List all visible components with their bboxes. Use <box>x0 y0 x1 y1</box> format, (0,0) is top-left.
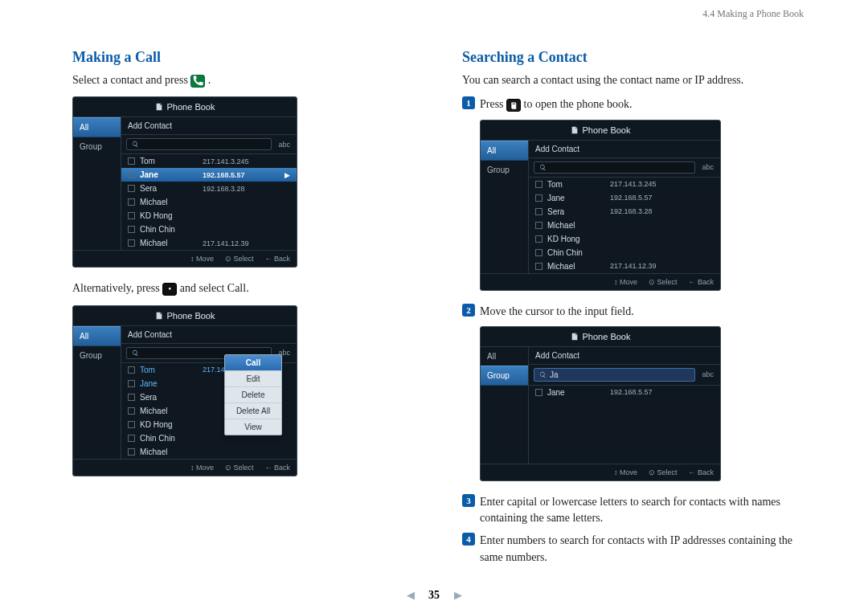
chevron-right-icon: ▶ <box>285 171 290 179</box>
text: and select Call. <box>180 282 249 294</box>
contact-row[interactable]: Michael <box>121 445 297 459</box>
sidebar-tab-group[interactable]: Group <box>481 161 528 179</box>
input-mode-label: abc <box>700 370 715 378</box>
ctx-item-view[interactable]: View <box>225 419 281 435</box>
contact-row-selected[interactable]: Jane192.168.5.57▶ <box>121 168 297 182</box>
checkbox-icon[interactable] <box>535 208 542 215</box>
contact-row[interactable]: Jane192.168.5.57 <box>529 191 720 205</box>
sidebar-tab-all[interactable]: All <box>481 347 528 366</box>
contact-name: Sera <box>140 184 198 193</box>
add-contact-button[interactable]: Add Contact <box>121 117 297 135</box>
contact-row[interactable]: Chin Chin <box>121 223 297 236</box>
checkbox-icon[interactable] <box>128 407 135 415</box>
contact-row[interactable]: Michael217.141.12.39 <box>529 260 720 273</box>
sidebar-tab-group[interactable]: Group <box>73 346 121 365</box>
search-input[interactable] <box>126 138 272 150</box>
page-navigation: ◀ 35 ▶ <box>0 589 868 602</box>
contact-ip: 192.168.5.57 <box>610 194 653 202</box>
step-text: Enter capital or lowercase letters to se… <box>480 494 804 527</box>
checkbox-icon[interactable] <box>535 263 542 270</box>
contact-name: Michael <box>547 221 605 230</box>
checkbox-icon[interactable] <box>128 185 135 192</box>
sidebar-tab-all[interactable]: All <box>73 117 121 137</box>
device-footer: ↕ Move ⊙ Select ← Back <box>73 250 297 267</box>
step-number-icon: 3 <box>462 494 475 507</box>
contact-name: Michael <box>140 198 198 206</box>
contact-row[interactable]: Tom217.141.3.245 <box>121 154 297 168</box>
contact-name: KD Hong <box>140 211 198 220</box>
checkbox-icon[interactable] <box>128 171 135 178</box>
contact-row[interactable]: Jane192.168.5.57 <box>529 386 720 399</box>
add-contact-button[interactable]: Add Contact <box>529 347 720 365</box>
contact-name: Chin Chin <box>547 248 605 257</box>
phonebook-screenshot-context-menu: Phone Book All Group Add Contact abc Tom… <box>72 305 297 476</box>
contact-row[interactable]: Tom217.141.3.245 <box>529 178 720 191</box>
checkbox-icon[interactable] <box>128 448 135 456</box>
contact-ip: 192.168.3.28 <box>203 185 245 193</box>
checkbox-icon[interactable] <box>128 366 135 374</box>
next-page-icon[interactable]: ▶ <box>454 589 462 601</box>
checkbox-icon[interactable] <box>128 421 135 428</box>
checkbox-icon[interactable] <box>128 198 135 206</box>
step-text: Enter numbers to search for contacts wit… <box>480 533 804 566</box>
ctx-item-edit[interactable]: Edit <box>225 371 281 387</box>
device-title: Phone Book <box>73 97 297 117</box>
checkbox-icon[interactable] <box>128 212 135 219</box>
footer-select: ⊙ Select <box>649 278 678 286</box>
checkbox-icon[interactable] <box>128 380 135 387</box>
contact-row[interactable]: KD Hong <box>529 232 720 246</box>
device-title: Phone Book <box>481 327 720 347</box>
alt-instruction: Alternatively, press and select Call. <box>72 280 414 296</box>
sidebar-tab-group[interactable]: Group <box>481 366 528 386</box>
ctx-item-delete-all[interactable]: Delete All <box>225 403 281 419</box>
search-input-active[interactable]: Ja <box>534 368 695 382</box>
step-2: 2 Move the cursor to the input field. <box>462 304 804 320</box>
checkbox-icon[interactable] <box>535 222 542 229</box>
checkbox-icon[interactable] <box>535 181 542 188</box>
checkbox-icon[interactable] <box>128 226 135 233</box>
checkbox-icon[interactable] <box>128 435 135 442</box>
add-contact-button[interactable]: Add Contact <box>529 141 720 158</box>
sidebar-tab-all[interactable]: All <box>73 326 121 346</box>
contact-name: Tom <box>140 366 198 374</box>
contact-row[interactable]: Chin Chin <box>529 246 720 260</box>
device-sidebar: All Group <box>73 326 121 459</box>
footer-move: ↕ Move <box>614 278 637 286</box>
footer-select: ⊙ Select <box>225 464 254 472</box>
contact-ip: 192.168.3.28 <box>610 207 653 215</box>
contact-row[interactable]: Michael <box>529 219 720 232</box>
contact-row[interactable]: Michael217.141.12.39 <box>121 236 297 250</box>
left-column: Making a Call Select a contact and press… <box>72 44 414 572</box>
prev-page-icon[interactable]: ◀ <box>407 589 415 601</box>
contact-name: Michael <box>140 447 198 456</box>
phonebook-screenshot-open: Phone Book All Group Add Contact abc Tom… <box>480 120 721 291</box>
checkbox-icon[interactable] <box>535 235 542 243</box>
contact-row[interactable]: Sera192.168.3.28 <box>121 182 297 195</box>
device-title-text: Phone Book <box>583 125 631 135</box>
call-button-icon <box>190 75 205 88</box>
context-menu: Call Edit Delete Delete All View <box>224 354 282 435</box>
checkbox-icon[interactable] <box>535 249 542 256</box>
ctx-item-delete[interactable]: Delete <box>225 387 281 403</box>
contact-row[interactable]: KD Hong <box>121 209 297 223</box>
checkbox-icon[interactable] <box>128 239 135 247</box>
device-sidebar: All Group <box>481 347 529 464</box>
footer-back: ← Back <box>264 255 290 263</box>
contact-row[interactable]: Sera192.168.3.28 <box>529 205 720 219</box>
contact-ip: 217.141.3.245 <box>203 157 249 166</box>
checkbox-icon[interactable] <box>128 394 135 401</box>
add-contact-button[interactable]: Add Contact <box>121 326 297 344</box>
checkbox-icon[interactable] <box>128 157 135 165</box>
sidebar-tab-all[interactable]: All <box>481 141 528 161</box>
text: Select a contact and press <box>72 74 190 86</box>
contact-name: Michael <box>140 407 198 415</box>
checkbox-icon[interactable] <box>535 194 542 202</box>
ctx-item-call[interactable]: Call <box>225 355 281 371</box>
contact-row[interactable]: Michael <box>121 195 297 209</box>
checkbox-icon[interactable] <box>535 389 542 396</box>
heading-making-a-call: Making a Call <box>72 49 414 66</box>
step-1: 1 Press to open the phone book. <box>462 96 804 112</box>
sidebar-tab-group[interactable]: Group <box>73 137 121 156</box>
search-input[interactable] <box>534 161 695 174</box>
contact-name: Tom <box>547 180 605 189</box>
